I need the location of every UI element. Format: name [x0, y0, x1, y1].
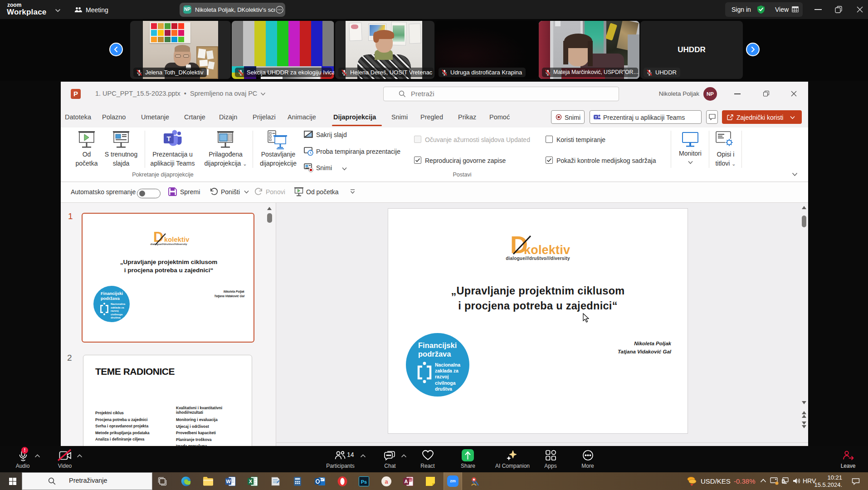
- svg-text:A: A: [405, 479, 408, 484]
- svg-text:a: a: [385, 478, 388, 485]
- svg-text:Ps: Ps: [361, 479, 367, 485]
- svg-text:W: W: [226, 479, 231, 484]
- svg-text:X: X: [249, 479, 253, 484]
- svg-text:T: T: [595, 115, 597, 119]
- svg-text:T: T: [166, 135, 171, 142]
